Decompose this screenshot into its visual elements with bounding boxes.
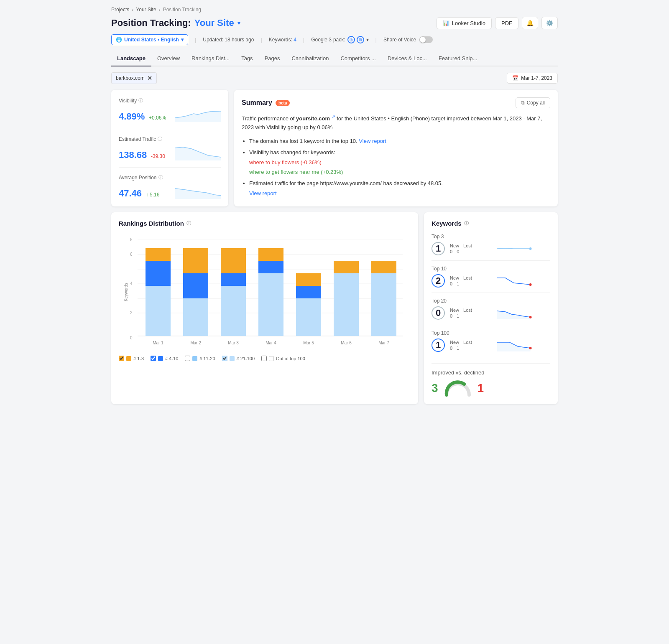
summary-intro: Traffic performance of yoursite.com ↗ fo…: [242, 113, 550, 132]
breadcrumb-site[interactable]: Your Site: [136, 7, 156, 13]
tab-rankings-dist[interactable]: Rankings Dist...: [186, 51, 235, 66]
rankings-dist-info-icon[interactable]: ⓘ: [186, 220, 191, 227]
filter-tag-label: barkbox.com: [116, 75, 145, 81]
legend-21-100[interactable]: # 21-100: [222, 356, 255, 361]
svg-text:Mar 2: Mar 2: [190, 341, 201, 345]
bullet-3-view-report[interactable]: View report: [249, 190, 277, 196]
improved-vs-declined-section: Improved vs. declined 3 1: [432, 363, 550, 397]
visibility-info-icon[interactable]: ⓘ: [138, 97, 143, 104]
share-of-voice-toggle: Share of Voice: [383, 36, 433, 43]
legend-21-100-checkbox[interactable]: [222, 356, 227, 361]
kw-top3-stats: New Lost 0 0: [450, 243, 472, 254]
svg-text:2: 2: [130, 311, 133, 315]
kw-section-top3: Top 3 1 New Lost 0 0: [432, 234, 550, 261]
visibility-value: 4.89%: [119, 111, 145, 122]
site-dropdown-icon[interactable]: ▾: [237, 20, 240, 26]
keywords-count-text: Keywords: 4: [269, 37, 296, 43]
notifications-button[interactable]: 🔔: [522, 17, 538, 29]
toolbar: 🌐 United States • English ▾ | Updated: 1…: [111, 34, 558, 45]
legend-1-3-checkbox[interactable]: [119, 356, 124, 361]
legend-1-3[interactable]: # 1-3: [119, 356, 144, 361]
kw-section-top20: Top 20 0 New Lost 0 1: [432, 298, 550, 325]
svg-text:Mar 5: Mar 5: [303, 341, 314, 345]
legend-4-10[interactable]: # 4-10: [151, 356, 178, 361]
looker-studio-button[interactable]: 📊 Looker Studio: [437, 17, 492, 29]
tab-pages[interactable]: Pages: [259, 51, 286, 66]
bullet-1-view-report[interactable]: View report: [359, 138, 386, 144]
sov-switch[interactable]: [419, 36, 433, 43]
keywords-link[interactable]: 4: [294, 37, 296, 43]
keyword-where-to-get-flowers[interactable]: where to get flowers near me: [249, 169, 319, 175]
bar-mar4-top10: [258, 261, 283, 273]
tab-tags[interactable]: Tags: [235, 51, 258, 66]
rankings-bar-chart: 8 6 4 2 0 Keywords: [119, 234, 411, 351]
keywords-info-icon[interactable]: ⓘ: [464, 220, 469, 227]
metrics-card: Visibility ⓘ 4.89% +0.06%: [111, 90, 228, 206]
bar-mar4-top100: [258, 273, 283, 336]
pack-grid-icon: ⊞: [357, 36, 364, 43]
keywords-card: Keywords ⓘ Top 3 1 New Lost: [424, 212, 558, 404]
legend-21-100-swatch: [230, 356, 235, 361]
filter-tag-close-icon[interactable]: ✕: [147, 75, 152, 81]
svg-point-22: [529, 316, 531, 318]
tab-landscape[interactable]: Landscape: [111, 51, 151, 66]
tab-overview[interactable]: Overview: [151, 51, 186, 66]
header-title-group: Position Tracking: Your Site ▾: [111, 18, 240, 28]
bar-mar2-top100: [183, 298, 208, 336]
yoursite-ext-link[interactable]: ↗: [332, 115, 335, 122]
kw-top100-chart: [477, 339, 550, 351]
keyword-where-to-buy-flowers[interactable]: where to buy flowers: [249, 159, 299, 165]
tab-cannibalization[interactable]: Cannibalization: [286, 51, 335, 66]
traffic-mini-chart: [175, 144, 221, 160]
svg-text:Keywords: Keywords: [124, 283, 128, 301]
pack-target-icon: ◎: [347, 36, 355, 43]
avg-position-value: 47.46: [119, 188, 142, 199]
legend-out-top100-checkbox[interactable]: [261, 356, 267, 361]
legend-out-top100-swatch: [269, 356, 274, 361]
visibility-mini-chart: [175, 105, 221, 122]
keywords-title: Keywords: [432, 220, 462, 227]
svg-text:0: 0: [130, 336, 133, 340]
top-row: Visibility ⓘ 4.89% +0.06%: [111, 90, 558, 206]
rankings-chart-svg: 8 6 4 2 0 Keywords: [119, 234, 411, 351]
kw-top100-lost: 1: [457, 346, 459, 351]
breadcrumb-projects[interactable]: Projects: [111, 7, 129, 13]
kw-top20-lost: 1: [457, 313, 459, 318]
svg-text:Mar 3: Mar 3: [228, 341, 239, 345]
kw-top100-new: 0: [450, 346, 452, 351]
copy-icon: ⧉: [521, 100, 525, 106]
copy-all-button[interactable]: ⧉ Copy all: [516, 97, 550, 108]
avg-position-info-icon[interactable]: ⓘ: [158, 174, 163, 181]
pdf-button[interactable]: PDF: [495, 17, 518, 29]
looker-icon: 📊: [443, 20, 449, 26]
kw-top20-new: 0: [450, 313, 452, 318]
location-icon: 🌐: [116, 37, 122, 43]
legend-out-top100[interactable]: Out of top 100: [261, 356, 305, 361]
traffic-value: 138.68: [119, 150, 147, 160]
traffic-info-icon[interactable]: ⓘ: [158, 136, 162, 142]
bullet-2: Visibility has changed for keywords: whe…: [249, 148, 550, 177]
legend-11-20[interactable]: # 11-20: [185, 356, 215, 361]
svg-text:Mar 4: Mar 4: [266, 341, 276, 345]
settings-button[interactable]: ⚙️: [541, 17, 558, 29]
svg-text:4: 4: [130, 281, 133, 286]
tab-competitors[interactable]: Competitors ...: [334, 51, 382, 66]
tab-featured[interactable]: Featured Snip...: [433, 51, 483, 66]
date-range-button[interactable]: 📅 Mar 1-7, 2023: [507, 73, 558, 84]
site-name[interactable]: Your Site: [194, 18, 234, 28]
tab-devices[interactable]: Devices & Loc...: [382, 51, 433, 66]
avg-position-change: ↑ 5.16: [146, 192, 160, 198]
kw-section-top100: Top 100 1 New Lost 0 1: [432, 330, 550, 357]
bullet-1: The domain has lost 1 keyword in the top…: [249, 136, 550, 146]
page-title: Position Tracking:: [111, 18, 191, 28]
summary-card: Summary beta ⧉ Copy all Traffic performa…: [234, 90, 558, 206]
beta-badge: beta: [276, 100, 290, 106]
location-selector[interactable]: 🌐 United States • English ▾: [111, 34, 188, 45]
calendar-icon: 📅: [512, 75, 518, 81]
legend-4-10-checkbox[interactable]: [151, 356, 156, 361]
pack-chevron-icon[interactable]: ▾: [366, 37, 369, 43]
metric-avg-position: Average Position ⓘ 47.46 ↑ 5.16: [119, 174, 221, 199]
main-tabs: Landscape Overview Rankings Dist... Tags…: [111, 51, 558, 66]
legend-11-20-checkbox[interactable]: [185, 356, 190, 361]
location-chevron-icon: ▾: [181, 37, 184, 43]
